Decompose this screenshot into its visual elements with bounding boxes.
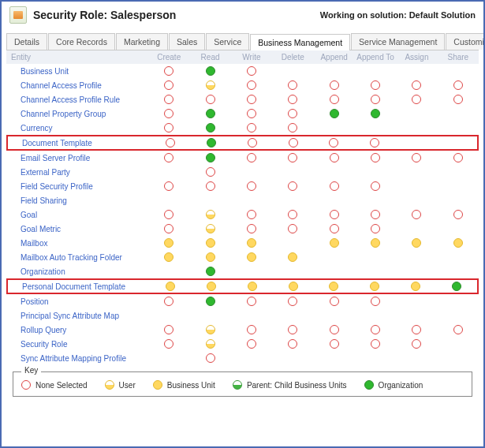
privilege-icon[interactable] (412, 238, 421, 248)
privilege-icon[interactable] (247, 238, 256, 248)
privilege-icon[interactable] (206, 181, 215, 191)
privilege-icon[interactable] (164, 109, 173, 118)
privilege-icon[interactable] (329, 138, 338, 147)
privilege-icon[interactable] (288, 297, 297, 306)
privilege-icon[interactable] (247, 339, 256, 349)
entity-link[interactable]: Field Sharing (6, 196, 148, 205)
entity-link[interactable]: Goal Metric (6, 225, 148, 233)
privilege-icon[interactable] (412, 153, 421, 162)
privilege-icon[interactable] (247, 66, 256, 76)
privilege-icon[interactable] (207, 138, 216, 147)
privilege-icon[interactable] (371, 297, 380, 306)
entity-link[interactable]: Rollup Query (6, 326, 148, 334)
privilege-icon[interactable] (206, 153, 215, 162)
privilege-icon[interactable] (288, 80, 297, 90)
privilege-icon[interactable] (330, 80, 339, 90)
privilege-icon[interactable] (288, 210, 297, 219)
tab-details[interactable]: Details (6, 33, 47, 50)
privilege-icon[interactable] (206, 353, 215, 363)
tab-customization[interactable]: Customization (446, 33, 485, 50)
privilege-icon[interactable] (206, 252, 215, 262)
privilege-icon[interactable] (164, 210, 173, 219)
privilege-icon[interactable] (330, 339, 339, 349)
privilege-icon[interactable] (247, 95, 256, 104)
privilege-icon[interactable] (330, 325, 339, 334)
privilege-icon[interactable] (370, 138, 379, 147)
privilege-icon[interactable] (206, 123, 215, 133)
privilege-icon[interactable] (288, 325, 297, 334)
entity-link[interactable]: Security Role (6, 340, 148, 349)
privilege-icon[interactable] (164, 66, 173, 76)
privilege-icon[interactable] (206, 267, 215, 276)
privilege-icon[interactable] (247, 325, 256, 334)
privilege-icon[interactable] (206, 297, 215, 306)
privilege-icon[interactable] (247, 210, 256, 219)
entity-link[interactable]: Mailbox Auto Tracking Folder (6, 253, 148, 262)
privilege-icon[interactable] (164, 224, 173, 233)
privilege-icon[interactable] (206, 95, 215, 104)
entity-link[interactable]: Channel Property Group (6, 110, 148, 118)
privilege-icon[interactable] (166, 282, 175, 291)
privilege-icon[interactable] (371, 153, 380, 162)
privilege-icon[interactable] (371, 325, 380, 334)
privilege-icon[interactable] (288, 123, 297, 133)
privilege-icon[interactable] (371, 224, 380, 233)
tab-business-management[interactable]: Business Management (250, 34, 350, 50)
privilege-icon[interactable] (164, 80, 173, 90)
privilege-icon[interactable] (288, 153, 297, 162)
privilege-icon[interactable] (412, 339, 421, 349)
privilege-icon[interactable] (248, 282, 257, 291)
privilege-icon[interactable] (164, 297, 173, 306)
entity-link[interactable]: Principal Sync Attribute Map (6, 312, 148, 320)
privilege-icon[interactable] (371, 95, 380, 104)
entity-link[interactable]: Sync Attribute Mapping Profile (6, 354, 148, 363)
privilege-icon[interactable] (247, 80, 256, 90)
privilege-icon[interactable] (166, 138, 175, 147)
entity-link[interactable]: Personal Document Template (8, 282, 150, 291)
privilege-icon[interactable] (371, 109, 380, 118)
grid-body[interactable]: Business UnitChannel Access ProfileChann… (6, 64, 479, 365)
privilege-icon[interactable] (164, 339, 173, 349)
privilege-icon[interactable] (247, 181, 256, 191)
privilege-icon[interactable] (206, 109, 215, 118)
privilege-icon[interactable] (330, 210, 339, 219)
privilege-icon[interactable] (247, 109, 256, 118)
privilege-icon[interactable] (206, 224, 215, 233)
privilege-icon[interactable] (371, 339, 380, 349)
entity-link[interactable]: Business Unit (6, 67, 148, 76)
tab-service-management[interactable]: Service Management (351, 33, 445, 50)
privilege-icon[interactable] (453, 238, 463, 248)
privilege-icon[interactable] (411, 282, 420, 291)
entity-link[interactable]: Currency (6, 124, 148, 133)
privilege-icon[interactable] (288, 95, 297, 104)
privilege-icon[interactable] (288, 339, 297, 349)
privilege-icon[interactable] (288, 224, 297, 233)
entity-link[interactable]: Mailbox (6, 239, 148, 248)
privilege-icon[interactable] (289, 282, 298, 291)
privilege-icon[interactable] (206, 238, 215, 248)
entity-link[interactable]: Field Security Profile (6, 182, 148, 191)
privilege-icon[interactable] (412, 325, 421, 334)
tab-core-records[interactable]: Core Records (48, 33, 115, 50)
privilege-icon[interactable] (248, 138, 257, 147)
privilege-icon[interactable] (207, 282, 216, 291)
privilege-icon[interactable] (247, 123, 256, 133)
privilege-icon[interactable] (330, 95, 339, 104)
privilege-icon[interactable] (206, 167, 215, 177)
privilege-icon[interactable] (453, 153, 463, 162)
privilege-icon[interactable] (329, 282, 338, 291)
privilege-icon[interactable] (164, 325, 173, 334)
privilege-icon[interactable] (206, 325, 215, 334)
privilege-icon[interactable] (330, 181, 339, 191)
privilege-icon[interactable] (288, 109, 297, 118)
privilege-icon[interactable] (371, 80, 380, 90)
privilege-icon[interactable] (164, 123, 173, 133)
privilege-icon[interactable] (247, 153, 256, 162)
tab-marketing[interactable]: Marketing (116, 33, 168, 50)
privilege-icon[interactable] (288, 252, 297, 262)
privilege-icon[interactable] (206, 339, 215, 349)
privilege-icon[interactable] (371, 181, 380, 191)
privilege-icon[interactable] (371, 238, 380, 248)
privilege-icon[interactable] (412, 210, 421, 219)
privilege-icon[interactable] (206, 66, 215, 76)
